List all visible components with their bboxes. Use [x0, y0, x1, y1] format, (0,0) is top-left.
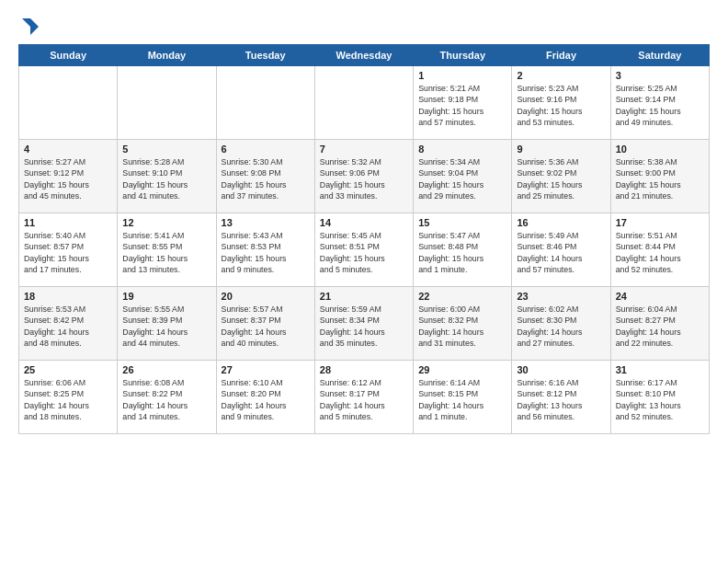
day-number: 19 [122, 291, 210, 302]
calendar-cell: 23Sunrise: 6:02 AM Sunset: 8:30 PM Dayli… [512, 287, 610, 361]
day-number: 6 [222, 144, 310, 155]
calendar-cell [314, 66, 413, 140]
day-number: 25 [24, 364, 112, 375]
calendar-cell: 31Sunrise: 6:17 AM Sunset: 8:10 PM Dayli… [610, 361, 709, 434]
day-detail: Sunrise: 6:10 AM Sunset: 8:20 PM Dayligh… [222, 377, 310, 422]
day-number: 22 [418, 291, 506, 302]
calendar-cell: 24Sunrise: 6:04 AM Sunset: 8:27 PM Dayli… [610, 287, 709, 361]
calendar-cell: 20Sunrise: 5:57 AM Sunset: 8:37 PM Dayli… [216, 287, 314, 361]
calendar-cell: 19Sunrise: 5:55 AM Sunset: 8:39 PM Dayli… [118, 287, 216, 361]
calendar-row-2: 4Sunrise: 5:27 AM Sunset: 9:12 PM Daylig… [19, 140, 710, 213]
weekday-header-wednesday: Wednesday [314, 45, 413, 66]
calendar-cell: 15Sunrise: 5:47 AM Sunset: 8:48 PM Dayli… [414, 213, 512, 287]
day-number: 29 [418, 364, 506, 375]
day-detail: Sunrise: 6:06 AM Sunset: 8:25 PM Dayligh… [24, 377, 112, 422]
calendar-cell: 3Sunrise: 5:25 AM Sunset: 9:14 PM Daylig… [610, 66, 709, 140]
day-detail: Sunrise: 5:28 AM Sunset: 9:10 PM Dayligh… [122, 156, 210, 201]
calendar-cell: 4Sunrise: 5:27 AM Sunset: 9:12 PM Daylig… [19, 140, 118, 213]
day-detail: Sunrise: 5:38 AM Sunset: 9:00 PM Dayligh… [616, 156, 704, 201]
day-detail: Sunrise: 5:27 AM Sunset: 9:12 PM Dayligh… [24, 156, 112, 201]
day-number: 24 [616, 291, 704, 302]
calendar-table: SundayMondayTuesdayWednesdayThursdayFrid… [18, 44, 710, 434]
svg-marker-1 [22, 18, 30, 27]
day-detail: Sunrise: 6:16 AM Sunset: 8:12 PM Dayligh… [517, 377, 605, 422]
calendar-cell: 12Sunrise: 5:41 AM Sunset: 8:55 PM Dayli… [118, 213, 216, 287]
weekday-header-monday: Monday [118, 45, 216, 66]
day-number: 9 [517, 144, 605, 155]
day-detail: Sunrise: 5:36 AM Sunset: 9:02 PM Dayligh… [517, 156, 605, 201]
day-detail: Sunrise: 6:14 AM Sunset: 8:15 PM Dayligh… [418, 377, 506, 422]
day-detail: Sunrise: 6:12 AM Sunset: 8:17 PM Dayligh… [320, 377, 408, 422]
calendar-cell: 30Sunrise: 6:16 AM Sunset: 8:12 PM Dayli… [512, 361, 610, 434]
logo [18, 17, 40, 35]
day-detail: Sunrise: 5:25 AM Sunset: 9:14 PM Dayligh… [616, 83, 704, 128]
day-detail: Sunrise: 5:30 AM Sunset: 9:08 PM Dayligh… [222, 156, 310, 201]
weekday-header-sunday: Sunday [19, 45, 118, 66]
day-number: 18 [24, 291, 112, 302]
day-number: 17 [616, 217, 704, 228]
svg-marker-0 [30, 18, 39, 35]
calendar-cell: 10Sunrise: 5:38 AM Sunset: 9:00 PM Dayli… [610, 140, 709, 213]
calendar-cell [19, 66, 118, 140]
day-number: 31 [616, 364, 704, 375]
calendar-cell: 14Sunrise: 5:45 AM Sunset: 8:51 PM Dayli… [314, 213, 413, 287]
day-number: 20 [222, 291, 310, 302]
day-detail: Sunrise: 6:17 AM Sunset: 8:10 PM Dayligh… [616, 377, 704, 422]
calendar-cell: 1Sunrise: 5:21 AM Sunset: 9:18 PM Daylig… [414, 66, 512, 140]
day-detail: Sunrise: 5:32 AM Sunset: 9:06 PM Dayligh… [320, 156, 408, 201]
calendar-cell: 9Sunrise: 5:36 AM Sunset: 9:02 PM Daylig… [512, 140, 610, 213]
day-number: 14 [320, 217, 408, 228]
day-number: 26 [122, 364, 210, 375]
calendar-cell [118, 66, 216, 140]
calendar-cell: 28Sunrise: 6:12 AM Sunset: 8:17 PM Dayli… [314, 361, 413, 434]
day-number: 4 [24, 144, 112, 155]
day-detail: Sunrise: 5:41 AM Sunset: 8:55 PM Dayligh… [122, 230, 210, 275]
day-number: 2 [517, 70, 605, 81]
day-number: 5 [122, 144, 210, 155]
day-detail: Sunrise: 5:21 AM Sunset: 9:18 PM Dayligh… [418, 83, 506, 128]
calendar-row-4: 18Sunrise: 5:53 AM Sunset: 8:42 PM Dayli… [19, 287, 710, 361]
calendar-cell: 27Sunrise: 6:10 AM Sunset: 8:20 PM Dayli… [216, 361, 314, 434]
day-detail: Sunrise: 5:59 AM Sunset: 8:34 PM Dayligh… [320, 304, 408, 349]
day-detail: Sunrise: 5:23 AM Sunset: 9:16 PM Dayligh… [517, 83, 605, 128]
calendar-cell: 17Sunrise: 5:51 AM Sunset: 8:44 PM Dayli… [610, 213, 709, 287]
day-detail: Sunrise: 5:47 AM Sunset: 8:48 PM Dayligh… [418, 230, 506, 275]
calendar-cell [216, 66, 314, 140]
day-detail: Sunrise: 5:53 AM Sunset: 8:42 PM Dayligh… [24, 304, 112, 349]
day-detail: Sunrise: 6:08 AM Sunset: 8:22 PM Dayligh… [122, 377, 210, 422]
logo-flag-icon [20, 17, 40, 37]
calendar-body: 1Sunrise: 5:21 AM Sunset: 9:18 PM Daylig… [19, 66, 710, 434]
weekday-header-tuesday: Tuesday [216, 45, 314, 66]
calendar-cell: 26Sunrise: 6:08 AM Sunset: 8:22 PM Dayli… [118, 361, 216, 434]
calendar-cell: 6Sunrise: 5:30 AM Sunset: 9:08 PM Daylig… [216, 140, 314, 213]
calendar-cell: 29Sunrise: 6:14 AM Sunset: 8:15 PM Dayli… [414, 361, 512, 434]
day-number: 21 [320, 291, 408, 302]
weekday-header-friday: Friday [512, 45, 610, 66]
day-number: 13 [222, 217, 310, 228]
day-detail: Sunrise: 6:00 AM Sunset: 8:32 PM Dayligh… [418, 304, 506, 349]
calendar-cell: 25Sunrise: 6:06 AM Sunset: 8:25 PM Dayli… [19, 361, 118, 434]
calendar-row-5: 25Sunrise: 6:06 AM Sunset: 8:25 PM Dayli… [19, 361, 710, 434]
day-detail: Sunrise: 5:51 AM Sunset: 8:44 PM Dayligh… [616, 230, 704, 275]
page: SundayMondayTuesdayWednesdayThursdayFrid… [0, 0, 728, 563]
day-detail: Sunrise: 5:43 AM Sunset: 8:53 PM Dayligh… [222, 230, 310, 275]
weekday-header-thursday: Thursday [414, 45, 512, 66]
calendar-cell: 21Sunrise: 5:59 AM Sunset: 8:34 PM Dayli… [314, 287, 413, 361]
day-number: 23 [517, 291, 605, 302]
day-detail: Sunrise: 5:57 AM Sunset: 8:37 PM Dayligh… [222, 304, 310, 349]
calendar-cell: 22Sunrise: 6:00 AM Sunset: 8:32 PM Dayli… [414, 287, 512, 361]
calendar-cell: 18Sunrise: 5:53 AM Sunset: 8:42 PM Dayli… [19, 287, 118, 361]
day-number: 8 [418, 144, 506, 155]
calendar-cell: 13Sunrise: 5:43 AM Sunset: 8:53 PM Dayli… [216, 213, 314, 287]
calendar-cell: 7Sunrise: 5:32 AM Sunset: 9:06 PM Daylig… [314, 140, 413, 213]
day-detail: Sunrise: 5:40 AM Sunset: 8:57 PM Dayligh… [24, 230, 112, 275]
day-detail: Sunrise: 5:49 AM Sunset: 8:46 PM Dayligh… [517, 230, 605, 275]
day-detail: Sunrise: 6:02 AM Sunset: 8:30 PM Dayligh… [517, 304, 605, 349]
day-number: 15 [418, 217, 506, 228]
day-number: 27 [222, 364, 310, 375]
calendar-cell: 5Sunrise: 5:28 AM Sunset: 9:10 PM Daylig… [118, 140, 216, 213]
weekday-header-row: SundayMondayTuesdayWednesdayThursdayFrid… [19, 45, 710, 66]
day-detail: Sunrise: 5:45 AM Sunset: 8:51 PM Dayligh… [320, 230, 408, 275]
day-number: 1 [418, 70, 506, 81]
day-number: 30 [517, 364, 605, 375]
